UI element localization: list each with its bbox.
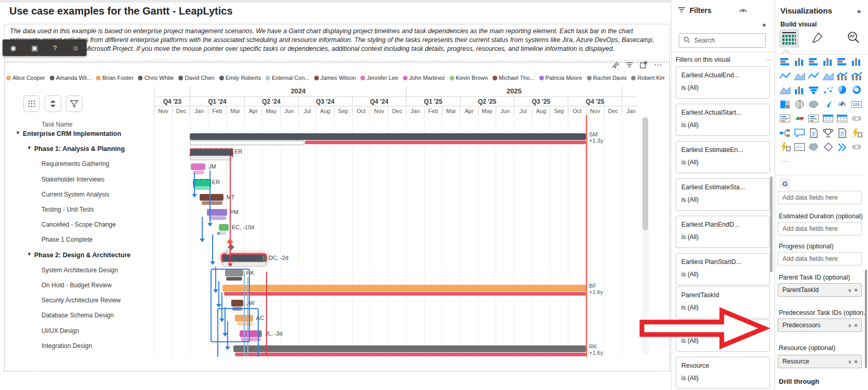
focus-mode-icon[interactable] xyxy=(640,61,647,68)
eye-icon[interactable] xyxy=(739,7,747,17)
filled-map-icon[interactable] xyxy=(807,99,820,110)
gantt-progress-bar[interactable] xyxy=(190,141,304,145)
field-pill-resource[interactable]: Resource∨✕ xyxy=(778,355,862,368)
paginated-report-icon[interactable] xyxy=(836,128,848,138)
gantt-bar[interactable] xyxy=(222,285,586,291)
task-row[interactable]: Cancelled - Scope Change xyxy=(0,219,150,234)
collapse-visualizations-icon[interactable]: » xyxy=(857,7,861,15)
table-icon[interactable] xyxy=(822,113,834,124)
matrix-icon[interactable] xyxy=(836,113,848,124)
filter-card[interactable]: Earliest PlanEndD...is (All) xyxy=(676,216,770,248)
task-row[interactable]: ▼Enterprise CRM Implementation xyxy=(0,129,150,144)
filter-card[interactable]: Earliest EstimateSta...is (All) xyxy=(676,178,770,211)
collapse-caret-icon[interactable]: ▼ xyxy=(27,145,32,150)
map-icon[interactable] xyxy=(793,99,806,110)
gantt-bar[interactable] xyxy=(219,224,229,231)
filter-funnel-button[interactable] xyxy=(66,95,82,112)
slicer-icon[interactable] xyxy=(807,113,820,124)
task-row[interactable]: Requirements Gathering xyxy=(0,159,150,174)
empty-field-well[interactable]: Add data fields here xyxy=(778,222,862,235)
legend-item[interactable]: Emily Roberts xyxy=(219,73,261,82)
filter-card[interactable]: ParentTaskIdis (All) xyxy=(676,286,770,318)
funnel-chart-icon[interactable] xyxy=(807,85,820,95)
task-row[interactable]: Integration Design xyxy=(0,341,150,356)
line-chart-icon[interactable] xyxy=(779,71,791,81)
multi-row-card-icon[interactable] xyxy=(779,113,791,124)
gantt-progress-bar[interactable] xyxy=(209,216,226,220)
task-row[interactable]: Database Schema Design xyxy=(0,310,150,325)
stacked-area-chart-icon[interactable] xyxy=(807,71,820,81)
empty-field-well[interactable]: Add data fields here xyxy=(778,191,862,204)
line-and-clustered-column-chart-icon[interactable] xyxy=(850,71,863,81)
treemap-icon[interactable] xyxy=(779,99,791,110)
copy-icon[interactable]: ▣ xyxy=(32,44,38,52)
task-row[interactable]: ▼Phase 1: Analysis & Planning xyxy=(0,144,150,159)
dependency-line[interactable] xyxy=(194,173,195,194)
gantt-progress-bar[interactable] xyxy=(190,156,232,160)
filter-card[interactable]: Earliest ActualStart...is (All) xyxy=(676,104,770,136)
pane-scrollbar[interactable] xyxy=(865,270,867,368)
filter-card[interactable]: Earliest ActualEnd...is (All) xyxy=(676,66,770,99)
filter-card[interactable]: Earliest PlanStartD...is (All) xyxy=(676,253,770,285)
gantt-bar[interactable] xyxy=(200,194,223,201)
tab-build-gantt-selected[interactable] xyxy=(779,29,799,48)
dependency-line[interactable] xyxy=(202,217,203,239)
pie-chart-icon[interactable] xyxy=(836,85,848,95)
gantt-progress-bar[interactable] xyxy=(235,353,586,356)
smart-narrative-icon[interactable] xyxy=(807,128,820,138)
slicer-legacy-icon[interactable] xyxy=(850,142,863,152)
more-options-icon[interactable]: ··· xyxy=(654,60,662,69)
custom-visual-icon[interactable] xyxy=(807,142,820,152)
legend-item[interactable]: Kevin Brown xyxy=(450,73,488,82)
record-icon[interactable]: ◉ xyxy=(10,44,16,52)
ribbon-chart-icon[interactable] xyxy=(822,71,834,81)
filter-card[interactable]: Earliest EstimateEn...is (All) xyxy=(676,141,770,173)
collapse-filters-icon[interactable]: » xyxy=(762,21,766,29)
gantt-progress-bar[interactable] xyxy=(202,201,222,205)
filters-more-icon[interactable]: ... xyxy=(766,54,773,62)
legend-item[interactable]: Rachel Davis xyxy=(587,73,627,82)
tab-analytics[interactable] xyxy=(844,29,863,48)
chevron-down-icon[interactable]: ∨ xyxy=(848,323,851,328)
task-row[interactable]: Current System Analysis xyxy=(0,189,150,204)
task-row[interactable]: ▼Phase 2: Design & Architecture xyxy=(0,250,150,265)
task-row[interactable]: Phase 1 Complete xyxy=(0,234,150,249)
task-row[interactable]: UI/UX Design xyxy=(0,326,150,341)
stacked-column-chart-icon[interactable] xyxy=(793,56,806,67)
donut-chart-icon[interactable] xyxy=(850,85,863,95)
gantt-bar[interactable] xyxy=(233,345,586,352)
dependency-line[interactable] xyxy=(212,234,213,261)
gantt-progress-bar[interactable] xyxy=(194,186,209,190)
legend-item[interactable]: Robert Kim xyxy=(631,73,665,82)
new-slicer-icon[interactable] xyxy=(850,113,863,124)
kpi-icon[interactable] xyxy=(793,113,806,124)
chevron-down-icon[interactable]: ∨ xyxy=(848,287,851,293)
scatter-chart-icon[interactable] xyxy=(822,85,834,95)
legend-item[interactable]: John Martinez xyxy=(403,73,445,82)
task-row[interactable]: Stakeholder Interviews xyxy=(0,174,150,189)
legend-item[interactable]: Chris White xyxy=(138,73,174,82)
chevron-down-icon[interactable]: ∨ xyxy=(848,359,851,365)
task-row[interactable]: System Architecture Design xyxy=(0,265,150,280)
help-icon[interactable]: ? xyxy=(53,44,57,52)
sort-button[interactable] xyxy=(45,95,61,112)
task-row[interactable]: Testing - Unit Tests xyxy=(0,204,150,219)
task-row[interactable]: On Hold - Budget Review xyxy=(0,280,150,295)
power-apps-visual-icon[interactable] xyxy=(822,142,834,152)
decomposition-tree-icon[interactable] xyxy=(779,128,791,138)
filter-card[interactable]: Resourceis (All) xyxy=(676,357,770,389)
filter-icon[interactable] xyxy=(626,62,633,68)
dependency-line[interactable] xyxy=(209,170,211,223)
line-and-stacked-column-chart-icon[interactable] xyxy=(836,71,848,81)
clustered-bar-chart-icon[interactable] xyxy=(807,56,820,67)
gantt-progress-bar[interactable] xyxy=(216,231,226,235)
filters-scrollbar[interactable] xyxy=(770,176,773,272)
clustered-column-chart-icon[interactable] xyxy=(822,56,834,67)
gantt-vertical-scrollbar[interactable] xyxy=(642,116,649,355)
legend-item[interactable]: Patricia Moore xyxy=(539,73,582,82)
gantt-bar[interactable] xyxy=(190,133,585,140)
legend-item[interactable]: Michael Tho... xyxy=(493,73,535,82)
html-content-visual-icon[interactable]: </> xyxy=(793,142,806,152)
collapse-caret-icon[interactable]: ▼ xyxy=(16,130,20,135)
remove-field-icon[interactable]: ✕ xyxy=(854,287,858,293)
